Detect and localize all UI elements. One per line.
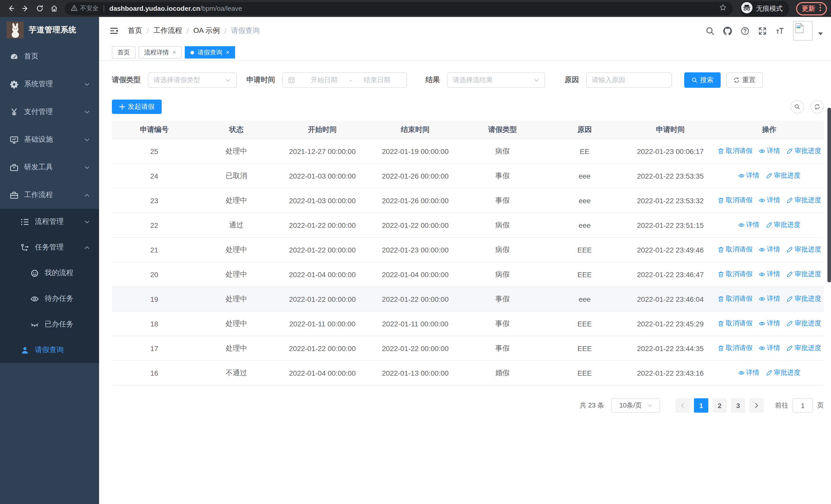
detail-action-link[interactable]: 详情 bbox=[758, 270, 780, 279]
action-label: 审批进度 bbox=[795, 245, 821, 254]
table-row: 23处理中2022-01-03 00:00:002022-01-26 00:00… bbox=[112, 188, 824, 213]
back-icon[interactable] bbox=[4, 2, 18, 15]
breadcrumb-item[interactable]: OA 示例 bbox=[194, 26, 220, 35]
tab-流程详情[interactable]: 流程详情× bbox=[139, 46, 182, 59]
detail-action-link[interactable]: 详情 bbox=[738, 171, 760, 180]
next-page-button[interactable] bbox=[749, 398, 764, 413]
home-icon[interactable] bbox=[47, 2, 61, 15]
page-size-select[interactable]: 10条/页 bbox=[611, 398, 660, 413]
forward-icon[interactable] bbox=[19, 2, 32, 15]
progress-action-link[interactable]: 审批进度 bbox=[766, 171, 800, 180]
detail-action-link[interactable]: 详情 bbox=[738, 368, 760, 378]
sidebar-item-label: 支付管理 bbox=[24, 107, 53, 117]
breadcrumb-item[interactable]: 工作流程 bbox=[153, 26, 182, 35]
goto-page-input[interactable] bbox=[793, 398, 813, 413]
update-button[interactable]: 更新 bbox=[796, 2, 827, 15]
profile-caret-icon[interactable] bbox=[818, 32, 823, 35]
url-text: dashboard.yudao.iocoder.cn/bpm/oa/leave bbox=[109, 5, 719, 12]
progress-action-link[interactable]: 审批进度 bbox=[786, 344, 821, 353]
reset-button[interactable]: 重置 bbox=[726, 72, 763, 88]
sidebar-item-我的流程[interactable]: 我的流程 bbox=[0, 260, 99, 286]
fullscreen-icon[interactable] bbox=[758, 26, 767, 35]
end-date-placeholder[interactable]: 结束日期 bbox=[353, 76, 401, 85]
reload-icon[interactable] bbox=[33, 2, 46, 15]
help-icon[interactable] bbox=[741, 26, 749, 35]
tab-请假查询[interactable]: 请假查询× bbox=[185, 46, 235, 59]
cancel-action-link[interactable]: 取消请假 bbox=[718, 319, 752, 328]
progress-action-link[interactable]: 审批进度 bbox=[786, 319, 821, 328]
font-size-icon[interactable] bbox=[776, 26, 784, 35]
sidebar-item-研发工具[interactable]: 研发工具 bbox=[0, 153, 99, 181]
avatar[interactable] bbox=[793, 21, 812, 40]
tab-close-icon[interactable]: × bbox=[172, 49, 176, 56]
sidebar-item-已办任务[interactable]: 已办任务 bbox=[0, 312, 99, 337]
sidebar-item-工作流程[interactable]: 工作流程 bbox=[0, 181, 99, 209]
progress-action-link[interactable]: 审批进度 bbox=[786, 147, 821, 156]
sidebar-item-支付管理[interactable]: 支付管理 bbox=[0, 98, 99, 126]
create-leave-button[interactable]: 发起请假 bbox=[112, 99, 162, 114]
cancel-action-link[interactable]: 取消请假 bbox=[718, 270, 752, 279]
detail-action-link[interactable]: 详情 bbox=[758, 196, 780, 205]
page-button-3[interactable]: 3 bbox=[731, 398, 745, 413]
cell-actions: 取消请假详情审批进度 bbox=[715, 311, 824, 336]
sidebar-item-请假查询[interactable]: 请假查询 bbox=[0, 337, 99, 363]
refresh-table-button[interactable] bbox=[810, 100, 824, 113]
detail-action-link[interactable]: 详情 bbox=[758, 245, 780, 254]
detail-action-link[interactable]: 详情 bbox=[758, 147, 780, 156]
cancel-action-link[interactable]: 取消请假 bbox=[718, 344, 752, 353]
browser-menu-icon[interactable] bbox=[819, 4, 821, 13]
progress-action-link[interactable]: 审批进度 bbox=[766, 368, 800, 378]
list-icon bbox=[21, 217, 29, 226]
incognito-badge[interactable]: 无痕模式 bbox=[740, 1, 789, 16]
progress-action-link[interactable]: 审批进度 bbox=[786, 294, 821, 304]
progress-action-link[interactable]: 审批进度 bbox=[786, 196, 821, 205]
search-button[interactable]: 搜索 bbox=[684, 72, 721, 88]
chevron-down-icon bbox=[647, 403, 652, 408]
address-bar[interactable]: 不安全 dashboard.yudao.iocoder.cn/bpm/oa/le… bbox=[65, 2, 733, 15]
cell-reason: eee bbox=[543, 164, 626, 188]
sidebar-item-任务管理[interactable]: 任务管理 bbox=[0, 235, 99, 260]
detail-action-link[interactable]: 详情 bbox=[758, 294, 780, 304]
eye-icon bbox=[758, 320, 765, 327]
progress-action-link[interactable]: 审批进度 bbox=[786, 245, 821, 254]
edit-icon bbox=[786, 296, 793, 302]
reason-input[interactable]: 请输入原因 bbox=[586, 72, 672, 88]
sidebar-item-流程管理[interactable]: 流程管理 bbox=[0, 209, 99, 235]
bookmark-star-icon[interactable] bbox=[719, 4, 727, 13]
github-icon[interactable] bbox=[723, 26, 732, 35]
tab-close-icon[interactable]: × bbox=[226, 49, 229, 56]
detail-action-link[interactable]: 详情 bbox=[758, 344, 780, 353]
cell-reason: EEE bbox=[543, 237, 626, 262]
page-button-1[interactable]: 1 bbox=[694, 398, 708, 413]
cancel-action-link[interactable]: 取消请假 bbox=[718, 147, 752, 156]
page-button-2[interactable]: 2 bbox=[712, 398, 727, 413]
search-icon[interactable] bbox=[706, 26, 715, 35]
leave-type-select[interactable]: 请选择请假类型 bbox=[148, 72, 237, 88]
tab-首页[interactable]: 首页 bbox=[112, 46, 136, 59]
progress-action-link[interactable]: 审批进度 bbox=[786, 270, 821, 279]
cell-reason: EEE bbox=[543, 336, 626, 360]
sidebar-item-首页[interactable]: 首页 bbox=[0, 42, 99, 70]
start-date-placeholder[interactable]: 开始日期 bbox=[300, 76, 348, 85]
scrollbar-thumb[interactable] bbox=[827, 108, 831, 282]
result-select[interactable]: 请选择流结果 bbox=[447, 72, 545, 88]
app-logo[interactable]: 芋道管理系统 bbox=[0, 17, 99, 42]
cancel-action-link[interactable]: 取消请假 bbox=[718, 196, 752, 205]
cancel-action-link[interactable]: 取消请假 bbox=[718, 245, 752, 254]
sidebar-item-系统管理[interactable]: 系统管理 bbox=[0, 70, 99, 98]
action-label: 详情 bbox=[767, 196, 780, 205]
sidebar-item-基础设施[interactable]: 基础设施 bbox=[0, 126, 99, 153]
detail-action-link[interactable]: 详情 bbox=[738, 220, 760, 230]
breadcrumb-item[interactable]: 首页 bbox=[128, 26, 142, 35]
chevron-down-icon bbox=[225, 77, 231, 83]
apply-time-range-input[interactable]: 开始日期 - 结束日期 bbox=[282, 72, 407, 88]
detail-action-link[interactable]: 详情 bbox=[758, 319, 780, 328]
eye-icon bbox=[758, 246, 765, 253]
progress-action-link[interactable]: 审批进度 bbox=[766, 220, 800, 230]
prev-page-button[interactable] bbox=[676, 398, 690, 413]
sidebar-collapse-icon[interactable] bbox=[110, 27, 118, 34]
show-search-button[interactable] bbox=[791, 100, 804, 113]
cancel-action-link[interactable]: 取消请假 bbox=[718, 294, 752, 304]
sidebar-item-待办任务[interactable]: 待办任务 bbox=[0, 286, 99, 312]
cell-actions: 取消请假详情审批进度 bbox=[715, 237, 824, 262]
